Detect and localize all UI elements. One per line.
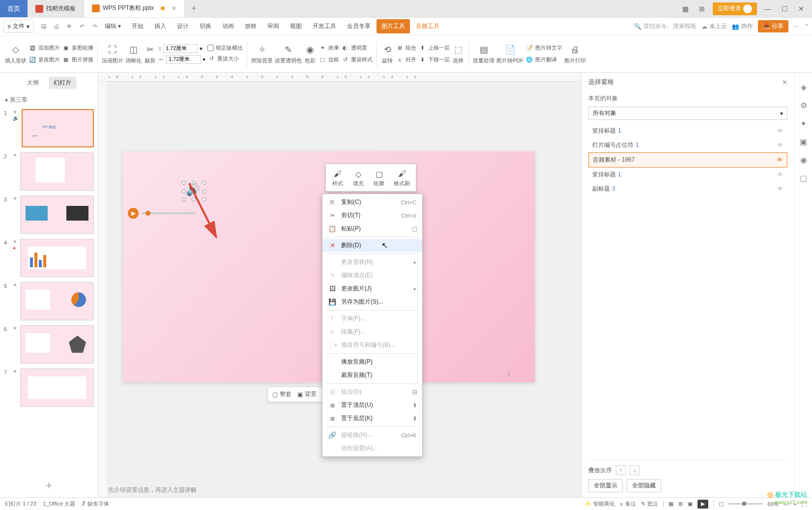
print-quick-icon[interactable]: 🖨 xyxy=(52,22,61,31)
move-up-order[interactable]: ↑ xyxy=(616,465,626,475)
transparency-button[interactable]: ◐透明度 xyxy=(341,43,373,53)
batch-button[interactable]: ▤批量处理 xyxy=(473,43,494,64)
picture-stitch-button[interactable]: ▦图片拼接 xyxy=(62,55,93,65)
cm-save-as-pic[interactable]: 💾另存为图片(S)... xyxy=(322,295,422,309)
slide-counter[interactable]: 幻灯片 1 / 23 xyxy=(5,500,36,508)
view-normal-icon[interactable]: ▦ xyxy=(668,501,673,507)
cm-paste[interactable]: 📋粘贴(P)▢ xyxy=(322,222,422,235)
move-up-button[interactable]: ⬆上移一层 xyxy=(418,43,450,53)
st-set[interactable]: ▢整套 xyxy=(272,390,291,398)
menu-start[interactable]: 开始 xyxy=(127,19,148,33)
to-pdf-button[interactable]: 📄图片转PDF xyxy=(496,43,523,64)
translate-button[interactable]: 🌐图片翻译 xyxy=(525,55,562,65)
back-opt-icon[interactable]: ⬇ xyxy=(412,415,417,422)
play-button[interactable]: ▶ xyxy=(128,208,139,219)
cloud-status[interactable]: ☁ 未上云 xyxy=(701,22,727,30)
menu-animation[interactable]: 动画 xyxy=(217,19,239,33)
share-button[interactable]: 📤 分享 xyxy=(758,20,788,32)
new-tab-button[interactable]: + xyxy=(185,0,203,17)
border-button[interactable]: ▢边框 xyxy=(319,55,339,65)
object-item[interactable]: 灯片编号占位符1👁 xyxy=(588,138,787,152)
color-button[interactable]: ◉色彩 xyxy=(304,43,317,64)
menu-view[interactable]: 视图 xyxy=(285,19,307,33)
cm-copy[interactable]: ⎘复制(C)Ctrl+C xyxy=(322,196,422,209)
login-button[interactable]: 立即登录 xyxy=(713,2,757,15)
rotate-button[interactable]: ⟲旋转 xyxy=(381,43,394,64)
save-icon[interactable]: 🖫 xyxy=(39,22,49,31)
object-item[interactable]: 副标题3👁 xyxy=(588,182,787,196)
visibility-icon[interactable]: 👁 xyxy=(777,185,783,193)
close-button[interactable]: ✕ xyxy=(795,3,807,15)
menu-slideshow[interactable]: 放映 xyxy=(240,19,261,33)
side-location-icon[interactable]: ◉ xyxy=(800,155,807,165)
side-settings-icon[interactable]: ⚙ xyxy=(800,101,807,110)
st-bg[interactable]: ▣背景 xyxy=(297,390,317,398)
paste-options-icon[interactable]: ▢ xyxy=(412,226,417,232)
outline-tab[interactable]: 大纲 xyxy=(22,77,44,89)
slide-thumbnail-3[interactable] xyxy=(20,196,94,234)
home-tab[interactable]: 首页 xyxy=(0,0,28,17)
cm-delete[interactable]: ✕删除(D) xyxy=(322,239,422,252)
side-doc-icon[interactable]: ▢ xyxy=(800,173,807,183)
menu-member[interactable]: 会员专享 xyxy=(342,19,376,33)
layout-grid-icon[interactable]: ▦ xyxy=(679,3,691,15)
undo-icon[interactable]: ↶ xyxy=(77,22,87,31)
object-filter-dropdown[interactable]: 所有对象▾ xyxy=(588,107,787,120)
audio-track[interactable] xyxy=(142,212,196,214)
beautify-button[interactable]: ✨智能美化 xyxy=(584,500,615,508)
visibility-icon[interactable]: 👁 xyxy=(777,142,783,149)
clarify-button[interactable]: ◫清晰化 xyxy=(125,43,142,64)
document-tab[interactable]: WPS PPT教程.pptx ✕ xyxy=(84,0,185,17)
menu-transition[interactable]: 切换 xyxy=(195,19,216,33)
slide-thumbnail-4[interactable] xyxy=(20,239,94,277)
object-item-selected[interactable]: 音频素材 - 1967👁 xyxy=(588,152,787,168)
slide-thumbnail-1[interactable]: PPT教程PPT xyxy=(22,109,94,147)
comments-button[interactable]: ✎批注 xyxy=(641,500,658,508)
template-tab[interactable]: 找稻壳模板 xyxy=(28,0,84,17)
show-all-button[interactable]: 全部显示 xyxy=(588,479,623,492)
theme-indicator[interactable]: 1_Office 主题 xyxy=(43,500,76,508)
file-menu[interactable]: ≡ 文件 ▾ xyxy=(3,20,34,33)
close-pane-icon[interactable]: ✕ xyxy=(782,79,787,86)
slide-thumbnail-6[interactable] xyxy=(20,325,94,364)
cm-trim-audio[interactable]: 裁剪音频(T) xyxy=(322,368,422,382)
menu-audio-tools[interactable]: 音频工具 xyxy=(411,19,444,33)
ft-format[interactable]: 🖌格式刷 xyxy=(390,166,414,189)
ft-fill[interactable]: ◇填充 xyxy=(348,166,368,189)
effect-button[interactable]: ✦效果 xyxy=(319,43,339,53)
visibility-icon[interactable]: 👁 xyxy=(777,127,783,135)
menu-design[interactable]: 设计 xyxy=(172,19,194,33)
search-input[interactable]: 🔍 查找命令、搜索模板 xyxy=(634,22,696,30)
ft-outline[interactable]: ▢轮廓 xyxy=(369,166,389,189)
chapter-header[interactable]: ▾第三章 xyxy=(0,93,98,107)
zoom-out-icon[interactable]: ▢ xyxy=(719,501,724,507)
collab-button[interactable]: 👥 协作 xyxy=(732,22,753,30)
more-menu-icon[interactable]: ⋯ xyxy=(793,23,799,30)
lock-ratio-checkbox[interactable]: 锁定纵横比 xyxy=(207,44,243,52)
slideshow-button[interactable]: ▶ xyxy=(697,500,708,509)
side-diamond-icon[interactable]: ◈ xyxy=(801,83,807,92)
collapse-ribbon-icon[interactable]: ⌃ xyxy=(804,23,809,30)
slide-thumbnail-5[interactable] xyxy=(20,282,94,320)
remove-bg-button[interactable]: ✧抠除背景 xyxy=(251,43,273,64)
hide-all-button[interactable]: 全部隐藏 xyxy=(627,479,661,492)
view-reading-icon[interactable]: ▣ xyxy=(688,501,693,507)
print-pic-button[interactable]: 🖨图片打印 xyxy=(564,43,586,64)
reset-size-button[interactable]: ↺重设大小 xyxy=(207,54,243,63)
missing-font-indicator[interactable]: T̸缺失字体 xyxy=(82,500,109,508)
maximize-button[interactable]: ☐ xyxy=(779,3,790,15)
audio-player[interactable]: ▶ xyxy=(128,208,196,219)
view-sorter-icon[interactable]: ⊞ xyxy=(678,501,683,507)
object-item[interactable]: 竖排标题1👁 xyxy=(588,168,787,182)
insert-shape-button[interactable]: ◇ 插入形状 xyxy=(5,43,27,64)
visibility-icon[interactable]: 👁 xyxy=(777,156,783,164)
ft-style[interactable]: 🖌样式 xyxy=(328,166,348,189)
tab-close-icon[interactable]: ✕ xyxy=(172,5,176,12)
cm-change-pic[interactable]: 🖼更改图片(J)▸ xyxy=(322,282,422,295)
height-input[interactable] xyxy=(163,44,198,53)
select-button[interactable]: ⬚选择 xyxy=(452,43,464,64)
compress-button[interactable]: ⛶压缩图片 xyxy=(102,43,123,64)
menu-review[interactable]: 审阅 xyxy=(262,19,284,33)
apps-icon[interactable]: ⊞ xyxy=(696,3,708,15)
side-layers-icon[interactable]: ▣ xyxy=(800,137,807,146)
